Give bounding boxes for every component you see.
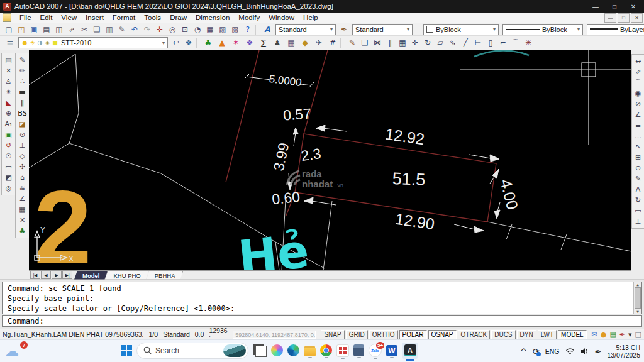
image-green-icon[interactable]: ▣ [3,129,14,140]
tab-nav-button[interactable]: ▶| [62,271,72,279]
redo-icon[interactable]: ↷ [141,25,153,35]
menu-dimension[interactable]: Dimension [191,13,234,22]
help-icon[interactable]: ? [242,25,254,35]
new-file-icon[interactable]: ▢ [3,25,15,35]
start-button[interactable] [121,345,132,358]
command-scrollbar[interactable]: ▲ ▼ [633,282,641,314]
dim-aligned-icon[interactable]: ⇗ [633,67,644,77]
express-grid-icon[interactable]: ▦ [285,38,297,48]
publish-icon[interactable]: ⇗ [65,25,78,35]
menu-help[interactable]: Help [299,13,323,22]
angle-icon[interactable]: ∠ [17,194,28,204]
copilot-button[interactable] [271,344,283,358]
dim-style-icon[interactable]: ⊥ [633,216,644,227]
toggle-snap[interactable]: SNAP [321,330,344,339]
dim-diameter-icon[interactable]: ⊘ [633,99,644,109]
lock-icon[interactable]: ● [601,331,607,339]
dim-continue-icon[interactable]: … [633,131,644,141]
clock-icon[interactable]: ⊙ [17,129,28,140]
dim-linear-icon[interactable]: ↔ [633,56,644,67]
xo-tool-icon[interactable]: ✕ [3,65,14,76]
lineweight-combo[interactable]: ByLayer ▾ [587,24,644,35]
dim-quick-icon[interactable]: ≡ [633,120,644,131]
tab-nav-button[interactable]: ▶ [52,271,62,279]
a1-text-icon[interactable]: A₁ [3,119,14,129]
dim-angular-icon[interactable]: ∠ [633,109,644,120]
volume-icon[interactable] [580,348,589,355]
edge-button[interactable] [287,344,299,358]
layer-thaw-sun-icon[interactable]: ☀ [29,40,36,46]
menu-tools[interactable]: Tools [140,13,165,22]
calculator-button[interactable] [353,344,364,358]
paste-icon[interactable]: ▥ [103,25,116,35]
tab-nav-button[interactable]: |◀ [30,271,40,279]
menu-file[interactable]: File [15,13,36,22]
layer-plot-icon[interactable]: ◈ [44,40,51,46]
maximize-button[interactable]: □ [605,0,624,13]
document-icon[interactable] [3,13,11,22]
toggle-ortho[interactable]: ORTHO [369,330,398,339]
express-surface-icon[interactable]: ◆ [299,38,311,48]
globe-icon[interactable]: ☉ [3,151,14,162]
express-sum-icon[interactable]: ∑ [257,38,270,48]
designcenter-icon[interactable]: ▧ [216,25,229,35]
wifi-icon[interactable] [565,348,575,355]
minimize-button[interactable]: — [586,0,605,13]
layers-icon[interactable]: ≡ [4,38,16,48]
layer-lock-icon[interactable]: ◑ [36,40,43,46]
layer-previous-icon[interactable]: ↩ [170,38,182,48]
array-icon[interactable]: ▦ [396,38,409,48]
close-button[interactable]: ✕ [624,0,643,13]
scale-icon[interactable]: ▱ [434,38,447,48]
extend-icon[interactable]: ⊢ [472,38,484,48]
scroll-up-icon[interactable]: ▲ [636,282,639,287]
tab-model[interactable]: Model [74,271,108,280]
refresh-red-icon[interactable]: ↺ [3,140,14,151]
explode-icon[interactable]: ✳ [522,38,535,48]
linetype-combo[interactable]: ByBlock ▾ [502,24,583,35]
dim-tolerance-icon[interactable]: ⊞ [633,152,644,163]
ink-pen-icon[interactable]: ✒ [619,331,625,339]
trusted-dwg-icon[interactable]: ▤ [609,331,616,339]
search-box[interactable]: Search [136,343,248,361]
copy-clip-icon[interactable]: ❏ [91,25,103,35]
diamond-icon[interactable]: ◇ [17,151,28,162]
weather-widget[interactable]: ☁ 7 [5,343,26,360]
dim-leader-icon[interactable]: ↖ [633,141,644,152]
dim-update-icon[interactable]: ↻ [633,195,644,206]
chamfer-icon[interactable]: ⌐ [497,38,509,48]
pencil-edit-icon[interactable]: ✏ [17,65,28,76]
slide-icon[interactable]: ◩ [3,172,14,183]
express-star-icon[interactable]: ✶ [230,38,242,48]
wedge-icon[interactable]: ◣ [3,97,14,108]
plot-preview-icon[interactable]: ◫ [53,25,65,35]
tab-nav-button[interactable]: ◀ [41,271,51,279]
open-file-icon[interactable]: ◳ [15,25,28,35]
zoom-window-icon[interactable]: ⊡ [179,25,191,35]
match-properties-icon[interactable]: ✎ [116,25,128,35]
mirror-icon[interactable]: ⋈ [371,38,384,48]
photo-frame-icon[interactable]: ▭ [3,162,14,172]
plot-icon[interactable]: ▤ [40,25,53,35]
tool-palettes-icon[interactable]: ▨ [229,25,242,35]
tab-pbhha[interactable]: PBHHA [147,271,184,280]
layer-states-icon[interactable]: ❖ [182,38,195,48]
layer-combo[interactable]: ●☀◑◈■ STT-2010 ▾ [18,37,168,48]
coordinates-readout[interactable]: 592804.6140, 1192487.8170, 0.0000 [233,331,316,339]
clock[interactable]: 5:13 CH 13/07/2025 [607,344,640,359]
express-figure-icon[interactable]: ♟ [271,38,284,48]
text-style-icon[interactable]: A [261,25,274,35]
cells-icon[interactable]: ▦ [17,204,28,215]
color-combo[interactable]: ByBlock ▾ [423,24,499,35]
express-tree-icon[interactable]: ♣ [202,38,214,48]
cut-icon[interactable]: ✂ [78,25,91,35]
task-view-button[interactable] [253,344,267,359]
command-input[interactable]: Command: [2,315,642,327]
plant-icon[interactable]: ♣ [17,226,28,236]
menu-window[interactable]: Window [264,13,299,22]
pencil-icon[interactable]: ✎ [17,55,28,65]
undo-icon[interactable]: ↶ [128,25,141,35]
toggle-dyn[interactable]: DYN [517,330,536,339]
house-icon[interactable]: ⌂ [17,172,28,183]
menu-insert[interactable]: Insert [81,13,108,22]
